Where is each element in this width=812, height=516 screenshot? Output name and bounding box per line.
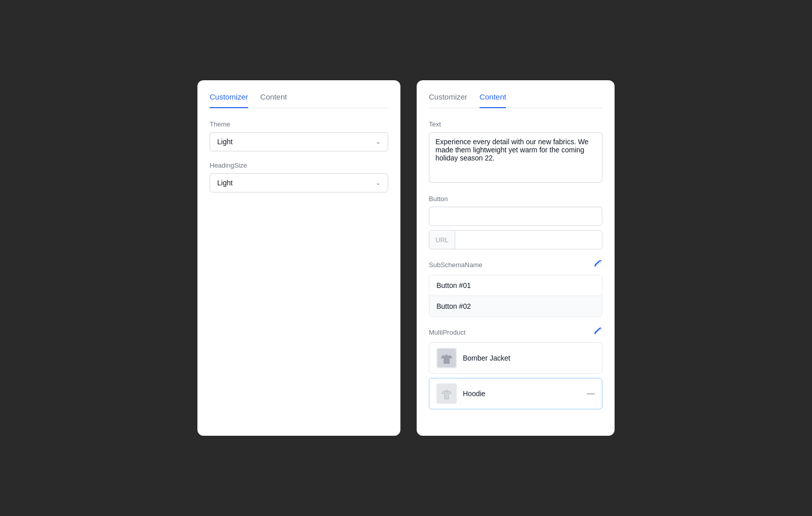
left-tabs: Customizer Content xyxy=(210,92,388,108)
sub-schema-edit-icon[interactable] xyxy=(594,260,602,270)
theme-label: Theme xyxy=(210,120,388,128)
remove-hoodie-icon[interactable]: — xyxy=(587,389,595,398)
heading-size-chevron-icon: ⌄ xyxy=(376,179,381,186)
bomber-jacket-name: Bomber Jacket xyxy=(463,354,595,362)
svg-point-2 xyxy=(445,390,448,392)
button-input[interactable] xyxy=(429,207,602,226)
sub-schema-items: Button #01 Button #02 xyxy=(429,275,602,317)
theme-group: Theme Light ⌄ xyxy=(210,120,388,151)
multi-product-label: MultiProduct xyxy=(429,329,465,336)
bomber-jacket-thumbnail xyxy=(436,348,457,368)
tab-customizer-left[interactable]: Customizer xyxy=(210,92,248,108)
tab-customizer-right[interactable]: Customizer xyxy=(429,92,467,108)
tab-content-right[interactable]: Content xyxy=(480,92,506,108)
text-group: Text xyxy=(429,120,602,185)
heading-size-label: HeadingSize xyxy=(210,162,388,169)
theme-select-display[interactable]: Light ⌄ xyxy=(210,133,388,151)
theme-select[interactable]: Light ⌄ xyxy=(210,132,388,151)
multi-product-group: MultiProduct Bomber Jacket xyxy=(429,327,602,409)
right-panel: Customizer Content Text Button URL SubSc… xyxy=(417,80,615,436)
left-panel: Customizer Content Theme Light ⌄ Heading… xyxy=(197,80,400,436)
multi-product-edit-icon[interactable] xyxy=(594,327,602,337)
url-label: URL xyxy=(429,231,455,249)
heading-size-value: Light xyxy=(217,179,232,187)
url-wrapper: URL xyxy=(429,230,602,249)
right-tabs: Customizer Content xyxy=(429,92,602,108)
heading-size-select-display[interactable]: Light ⌄ xyxy=(210,174,388,192)
product-item-bomber[interactable]: Bomber Jacket xyxy=(429,342,602,374)
heading-size-group: HeadingSize Light ⌄ xyxy=(210,162,388,192)
theme-value: Light xyxy=(217,138,232,146)
text-textarea[interactable] xyxy=(429,132,602,183)
heading-size-select[interactable]: Light ⌄ xyxy=(210,173,388,192)
product-item-hoodie[interactable]: Hoodie — xyxy=(429,378,602,409)
sub-schema-label: SubSchemaName xyxy=(429,261,483,269)
hoodie-name: Hoodie xyxy=(463,390,581,398)
button-label: Button xyxy=(429,195,602,203)
tab-content-left[interactable]: Content xyxy=(260,92,287,108)
sub-schema-group: SubSchemaName Button #01 Button #02 xyxy=(429,260,602,317)
multi-product-header: MultiProduct xyxy=(429,327,602,337)
list-item[interactable]: Button #02 xyxy=(429,296,602,316)
url-input[interactable] xyxy=(455,231,602,249)
theme-chevron-icon: ⌄ xyxy=(376,138,381,145)
sub-schema-header: SubSchemaName xyxy=(429,260,602,270)
list-item[interactable]: Button #01 xyxy=(429,275,602,296)
button-group: Button URL xyxy=(429,195,602,249)
hoodie-thumbnail xyxy=(436,383,457,404)
text-label: Text xyxy=(429,120,602,128)
